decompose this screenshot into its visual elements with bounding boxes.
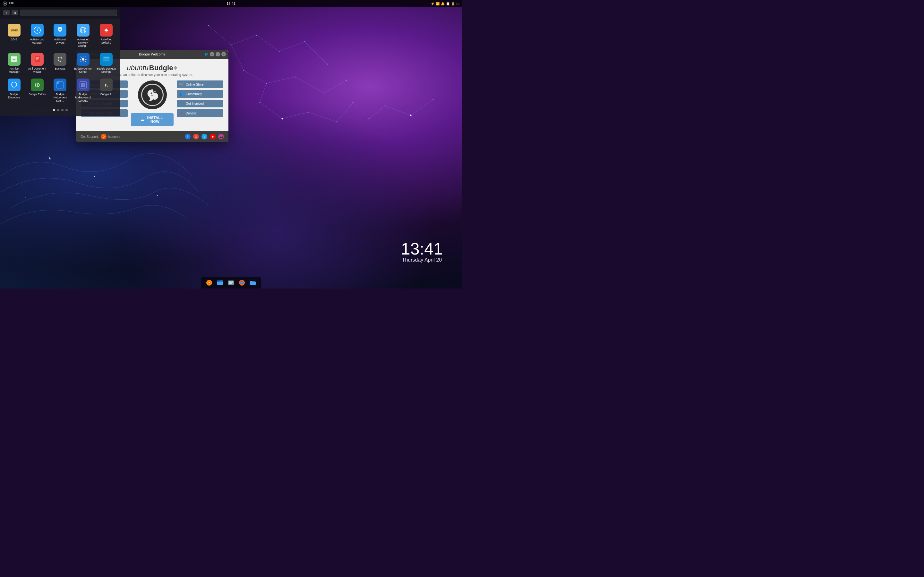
- nav-online-store[interactable]: 🛒 Online Store: [177, 81, 223, 88]
- google-icon[interactable]: G: [193, 134, 199, 139]
- social-icons: f G t ▶ 📷: [185, 134, 224, 139]
- taskbar: [201, 277, 261, 288]
- panel-icon-1[interactable]: ⚡: [431, 2, 435, 5]
- donate-label: Donate: [186, 111, 196, 115]
- app-item-atril[interactable]: Atril Document Viewer: [26, 50, 49, 76]
- svg-rect-89: [229, 284, 232, 284]
- welcome-right-nav: 🛒 Online Store 👥 Community ⌨ Get Involve…: [177, 81, 223, 117]
- panel-grid-icon[interactable]: [9, 1, 13, 6]
- taskbar-icon-folder[interactable]: [248, 278, 257, 287]
- app-item-network-config[interactable]: Advanced Network Config…: [71, 21, 95, 50]
- svg-rect-74: [81, 83, 83, 85]
- taskbar-icon-budgie[interactable]: [205, 278, 214, 287]
- app-label-network-config: Advanced Network Config…: [73, 38, 93, 48]
- app-item-budgie-makeovers[interactable]: Budgie Makeovers & Layouts: [71, 76, 95, 105]
- svg-rect-52: [11, 3, 12, 4]
- app-label-additional-drivers: Additional Drivers: [50, 38, 69, 44]
- menu-view-toggles: ≡ ⊞: [3, 10, 18, 15]
- maximize-btn[interactable]: □: [216, 52, 220, 56]
- top-panel: 13:41 ⚡ 📶 🔔 📋 🔒 ⏻: [0, 0, 462, 7]
- panel-system-icons: ⚡ 📶 🔔 📋 🔒 ⏻: [431, 2, 459, 5]
- panel-icon-4[interactable]: 📋: [446, 2, 450, 5]
- twitter-icon[interactable]: t: [202, 134, 207, 139]
- app-icon-budgie-makeovers: [77, 79, 89, 91]
- app-menu-page-dots: [0, 109, 120, 111]
- panel-icon-2[interactable]: 📶: [436, 2, 439, 5]
- window-controls: 🌐 ─ □ ✕: [204, 52, 226, 56]
- svg-rect-73: [80, 82, 86, 88]
- youtube-icon[interactable]: ▶: [210, 134, 216, 139]
- app-label-budgie-pi: Budgie Pi: [100, 93, 112, 96]
- svg-rect-64: [36, 59, 38, 60]
- instagram-icon[interactable]: 📷: [218, 134, 224, 139]
- app-label-activity-log: Activity Log Manager: [27, 38, 47, 44]
- svg-rect-75: [83, 83, 85, 85]
- svg-point-69: [105, 57, 105, 57]
- svg-rect-63: [36, 58, 39, 59]
- app-item-budgie-desktop[interactable]: Budgie Desktop Settings: [95, 50, 118, 76]
- app-label-backups: Backups: [55, 67, 65, 70]
- app-search-input[interactable]: [21, 10, 117, 16]
- app-item-budgie-discourse[interactable]: Budgie Discourse: [3, 76, 26, 105]
- app-item-budgie-extras[interactable]: ⊕ Budgie Extras: [26, 76, 49, 105]
- taskbar-icon-files[interactable]: [216, 278, 225, 287]
- panel-icon-5[interactable]: 🔒: [451, 2, 455, 5]
- svg-rect-85: [217, 280, 220, 282]
- logo-symbol: ✤: [174, 65, 178, 71]
- app-label-budgie-makeovers: Budgie Makeovers & Layouts: [73, 93, 93, 103]
- donate-icon: ♥: [179, 111, 184, 115]
- app-item-budgie-pi[interactable]: π Budgie Pi: [95, 76, 118, 105]
- panel-icon-3[interactable]: 🔔: [441, 2, 445, 5]
- panel-right-area: ⚡ 📶 🔔 📋 🔒 ⏻: [431, 2, 459, 5]
- app-icon-network-config: [77, 24, 89, 37]
- app-item-aisleriot[interactable]: ♠ AisleRiot Solitaire: [95, 21, 118, 50]
- app-item-backups[interactable]: Backups: [49, 50, 72, 76]
- nav-get-involved[interactable]: ⌨ Get Involved: [177, 100, 223, 107]
- taskbar-icon-firefox[interactable]: [237, 278, 246, 287]
- get-support-label: Get Support:: [81, 135, 99, 139]
- nav-community[interactable]: 👥 Community: [177, 90, 223, 98]
- clock-time: 13:41: [401, 240, 443, 257]
- menu-grid-view-btn[interactable]: ⊞: [11, 10, 18, 15]
- svg-point-92: [241, 282, 243, 284]
- app-icon-backups: [53, 53, 66, 66]
- app-icon-aisleriot: ♠: [100, 24, 113, 37]
- taskbar-icon-file-manager[interactable]: [226, 278, 236, 287]
- nav-donate[interactable]: ♥ Donate: [177, 109, 223, 117]
- svg-rect-50: [12, 2, 13, 3]
- page-dot-2[interactable]: [57, 109, 59, 111]
- svg-rect-59: [11, 58, 17, 62]
- globe-btn[interactable]: 🌐: [204, 52, 208, 56]
- panel-icon-6[interactable]: ⏻: [456, 2, 459, 5]
- app-label-atril: Atril Document Viewer: [27, 67, 47, 73]
- app-icon-budgie-hotcorners: [53, 79, 66, 91]
- minimize-btn[interactable]: ─: [210, 52, 214, 56]
- menu-list-view-btn[interactable]: ≡: [3, 10, 10, 15]
- svg-rect-49: [11, 2, 12, 3]
- welcome-center: ☁ INSTALL NOW: [131, 81, 174, 126]
- app-item-budgie-control[interactable]: Budgie Control Center: [71, 50, 95, 76]
- svg-rect-77: [83, 85, 85, 87]
- close-btn[interactable]: ✕: [221, 52, 226, 56]
- app-item-budgie-hotcorners[interactable]: Budgie Hotcorners Setti…: [49, 76, 72, 105]
- app-icon-activity-log: [31, 24, 44, 37]
- svg-point-47: [4, 3, 6, 5]
- app-icon-archive-manager: [8, 53, 21, 66]
- app-icon-budgie-discourse: [8, 79, 21, 91]
- window-footer: Get Support: D iscourse f G t ▶ 📷: [76, 131, 228, 142]
- facebook-icon[interactable]: f: [185, 134, 191, 139]
- page-dot-4[interactable]: [65, 109, 68, 111]
- page-dot-1[interactable]: [53, 109, 55, 111]
- app-item-additional-drivers[interactable]: Additional Drivers: [49, 21, 72, 50]
- app-label-archive-manager: Archive Manager: [5, 67, 24, 73]
- budgie-logo-inner: [141, 84, 164, 106]
- budgie-menu-icon[interactable]: [3, 1, 7, 6]
- app-item-activity-log[interactable]: Activity Log Manager: [26, 21, 49, 50]
- app-item-archive-manager[interactable]: Archive Manager: [3, 50, 26, 76]
- svg-point-68: [104, 57, 105, 57]
- svg-point-67: [103, 57, 104, 57]
- app-item-2048[interactable]: 2048 2048: [3, 21, 26, 50]
- install-now-button[interactable]: ☁ INSTALL NOW: [131, 113, 174, 126]
- window-title: Budgie Welcome: [139, 52, 166, 56]
- page-dot-3[interactable]: [61, 109, 63, 111]
